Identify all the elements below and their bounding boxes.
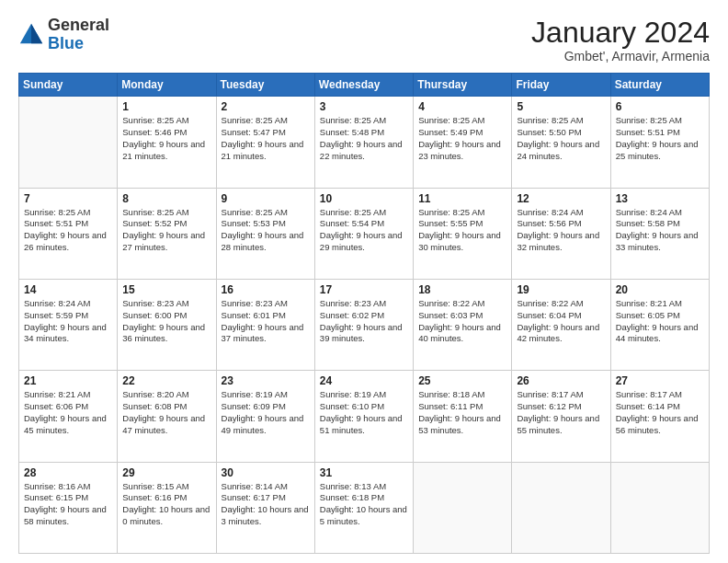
- calendar-cell: 6Sunrise: 8:25 AM Sunset: 5:51 PM Daylig…: [610, 97, 709, 188]
- day-number: 9: [222, 192, 310, 205]
- day-number: 3: [320, 100, 408, 113]
- logo: General Blue: [18, 17, 109, 53]
- day-number: 25: [418, 374, 506, 387]
- day-info: Sunrise: 8:19 AM Sunset: 6:09 PM Dayligh…: [222, 389, 310, 436]
- day-number: 5: [517, 100, 605, 113]
- calendar-week-row: 1Sunrise: 8:25 AM Sunset: 5:46 PM Daylig…: [19, 97, 710, 188]
- subtitle: Gmbet', Armavir, Armenia: [531, 49, 710, 63]
- day-number: 7: [24, 192, 112, 205]
- calendar-cell: 25Sunrise: 8:18 AM Sunset: 6:11 PM Dayli…: [414, 371, 512, 462]
- calendar-cell: 15Sunrise: 8:23 AM Sunset: 6:00 PM Dayli…: [118, 279, 216, 370]
- day-info: Sunrise: 8:22 AM Sunset: 6:04 PM Dayligh…: [517, 298, 605, 345]
- calendar-cell: [19, 97, 118, 188]
- calendar-cell: 28Sunrise: 8:16 AM Sunset: 6:15 PM Dayli…: [19, 462, 118, 553]
- day-info: Sunrise: 8:25 AM Sunset: 5:47 PM Dayligh…: [222, 115, 310, 162]
- day-number: 24: [320, 374, 408, 387]
- day-number: 28: [24, 466, 112, 479]
- day-info: Sunrise: 8:23 AM Sunset: 6:00 PM Dayligh…: [122, 298, 210, 345]
- calendar-week-row: 28Sunrise: 8:16 AM Sunset: 6:15 PM Dayli…: [19, 462, 710, 553]
- calendar-cell: [610, 462, 709, 553]
- day-info: Sunrise: 8:13 AM Sunset: 6:18 PM Dayligh…: [320, 481, 408, 528]
- weekday-header: Sunday: [19, 74, 118, 97]
- calendar-cell: 29Sunrise: 8:15 AM Sunset: 6:16 PM Dayli…: [118, 462, 216, 553]
- day-info: Sunrise: 8:23 AM Sunset: 6:01 PM Dayligh…: [222, 298, 310, 345]
- day-number: 23: [222, 374, 310, 387]
- logo-general: General: [48, 16, 109, 34]
- logo-text: General Blue: [48, 17, 109, 53]
- day-number: 17: [320, 283, 408, 296]
- weekday-header: Friday: [512, 74, 610, 97]
- calendar-cell: 30Sunrise: 8:14 AM Sunset: 6:17 PM Dayli…: [216, 462, 314, 553]
- header: General Blue January 2024 Gmbet', Armavi…: [18, 17, 710, 63]
- day-info: Sunrise: 8:22 AM Sunset: 6:03 PM Dayligh…: [418, 298, 506, 345]
- day-number: 19: [517, 283, 605, 296]
- calendar-cell: 19Sunrise: 8:22 AM Sunset: 6:04 PM Dayli…: [512, 279, 610, 370]
- calendar-cell: 9Sunrise: 8:25 AM Sunset: 5:53 PM Daylig…: [216, 188, 314, 279]
- calendar-cell: 16Sunrise: 8:23 AM Sunset: 6:01 PM Dayli…: [216, 279, 314, 370]
- day-info: Sunrise: 8:25 AM Sunset: 5:55 PM Dayligh…: [418, 207, 506, 254]
- day-number: 11: [418, 192, 506, 205]
- day-number: 15: [122, 283, 210, 296]
- day-info: Sunrise: 8:19 AM Sunset: 6:10 PM Dayligh…: [320, 389, 408, 436]
- calendar-cell: 22Sunrise: 8:20 AM Sunset: 6:08 PM Dayli…: [118, 371, 216, 462]
- weekday-header: Wednesday: [314, 74, 413, 97]
- calendar-week-row: 21Sunrise: 8:21 AM Sunset: 6:06 PM Dayli…: [19, 371, 710, 462]
- day-number: 1: [122, 100, 210, 113]
- day-info: Sunrise: 8:14 AM Sunset: 6:17 PM Dayligh…: [222, 481, 310, 528]
- day-number: 18: [418, 283, 506, 296]
- calendar-week-row: 7Sunrise: 8:25 AM Sunset: 5:51 PM Daylig…: [19, 188, 710, 279]
- day-number: 13: [616, 192, 704, 205]
- day-info: Sunrise: 8:24 AM Sunset: 5:58 PM Dayligh…: [616, 207, 704, 254]
- calendar-cell: 13Sunrise: 8:24 AM Sunset: 5:58 PM Dayli…: [610, 188, 709, 279]
- day-info: Sunrise: 8:21 AM Sunset: 6:06 PM Dayligh…: [24, 389, 112, 436]
- day-info: Sunrise: 8:25 AM Sunset: 5:48 PM Dayligh…: [320, 115, 408, 162]
- weekday-header: Thursday: [414, 74, 512, 97]
- calendar-cell: 1Sunrise: 8:25 AM Sunset: 5:46 PM Daylig…: [118, 97, 216, 188]
- day-number: 16: [222, 283, 310, 296]
- day-info: Sunrise: 8:18 AM Sunset: 6:11 PM Dayligh…: [418, 389, 506, 436]
- weekday-header: Saturday: [610, 74, 709, 97]
- day-info: Sunrise: 8:25 AM Sunset: 5:46 PM Dayligh…: [122, 115, 210, 162]
- page: General Blue January 2024 Gmbet', Armavi…: [0, 0, 728, 563]
- calendar-cell: 8Sunrise: 8:25 AM Sunset: 5:52 PM Daylig…: [118, 188, 216, 279]
- calendar-cell: 23Sunrise: 8:19 AM Sunset: 6:09 PM Dayli…: [216, 371, 314, 462]
- svg-marker-1: [31, 24, 42, 43]
- calendar-cell: 20Sunrise: 8:21 AM Sunset: 6:05 PM Dayli…: [610, 279, 709, 370]
- day-number: 8: [122, 192, 210, 205]
- month-title: January 2024: [531, 17, 710, 49]
- calendar-cell: 3Sunrise: 8:25 AM Sunset: 5:48 PM Daylig…: [314, 97, 413, 188]
- day-number: 30: [222, 466, 310, 479]
- day-number: 6: [616, 100, 704, 113]
- calendar-cell: [512, 462, 610, 553]
- day-info: Sunrise: 8:21 AM Sunset: 6:05 PM Dayligh…: [616, 298, 704, 345]
- day-info: Sunrise: 8:25 AM Sunset: 5:51 PM Dayligh…: [616, 115, 704, 162]
- calendar-cell: [414, 462, 512, 553]
- day-info: Sunrise: 8:24 AM Sunset: 5:59 PM Dayligh…: [24, 298, 112, 345]
- day-number: 22: [122, 374, 210, 387]
- day-info: Sunrise: 8:24 AM Sunset: 5:56 PM Dayligh…: [517, 207, 605, 254]
- day-number: 20: [616, 283, 704, 296]
- day-info: Sunrise: 8:25 AM Sunset: 5:52 PM Dayligh…: [122, 207, 210, 254]
- day-info: Sunrise: 8:17 AM Sunset: 6:14 PM Dayligh…: [616, 389, 704, 436]
- calendar-cell: 2Sunrise: 8:25 AM Sunset: 5:47 PM Daylig…: [216, 97, 314, 188]
- day-info: Sunrise: 8:20 AM Sunset: 6:08 PM Dayligh…: [122, 389, 210, 436]
- calendar-cell: 21Sunrise: 8:21 AM Sunset: 6:06 PM Dayli…: [19, 371, 118, 462]
- calendar-cell: 10Sunrise: 8:25 AM Sunset: 5:54 PM Dayli…: [314, 188, 413, 279]
- calendar-cell: 4Sunrise: 8:25 AM Sunset: 5:49 PM Daylig…: [414, 97, 512, 188]
- day-info: Sunrise: 8:16 AM Sunset: 6:15 PM Dayligh…: [24, 481, 112, 528]
- day-number: 2: [222, 100, 310, 113]
- calendar-cell: 7Sunrise: 8:25 AM Sunset: 5:51 PM Daylig…: [19, 188, 118, 279]
- day-info: Sunrise: 8:17 AM Sunset: 6:12 PM Dayligh…: [517, 389, 605, 436]
- day-number: 10: [320, 192, 408, 205]
- logo-icon: [18, 22, 44, 48]
- day-info: Sunrise: 8:25 AM Sunset: 5:51 PM Dayligh…: [24, 207, 112, 254]
- calendar-cell: 31Sunrise: 8:13 AM Sunset: 6:18 PM Dayli…: [314, 462, 413, 553]
- calendar-cell: 11Sunrise: 8:25 AM Sunset: 5:55 PM Dayli…: [414, 188, 512, 279]
- calendar-cell: 26Sunrise: 8:17 AM Sunset: 6:12 PM Dayli…: [512, 371, 610, 462]
- calendar-table: SundayMondayTuesdayWednesdayThursdayFrid…: [18, 73, 710, 554]
- title-block: January 2024 Gmbet', Armavir, Armenia: [531, 17, 710, 63]
- day-info: Sunrise: 8:25 AM Sunset: 5:50 PM Dayligh…: [517, 115, 605, 162]
- day-info: Sunrise: 8:15 AM Sunset: 6:16 PM Dayligh…: [122, 481, 210, 528]
- calendar-cell: 27Sunrise: 8:17 AM Sunset: 6:14 PM Dayli…: [610, 371, 709, 462]
- weekday-header-row: SundayMondayTuesdayWednesdayThursdayFrid…: [19, 74, 710, 97]
